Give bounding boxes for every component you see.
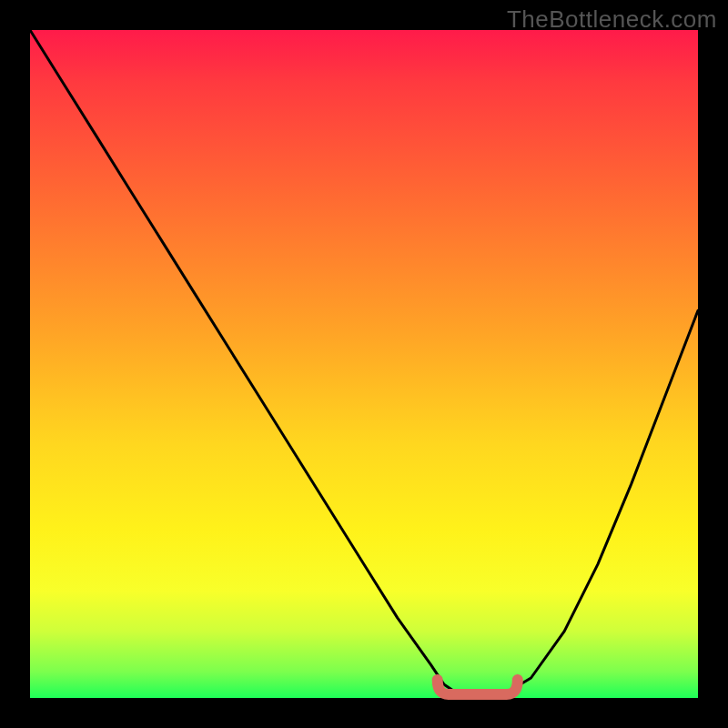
chart-frame: TheBottleneck.com: [0, 0, 728, 728]
plot-area: [30, 30, 698, 698]
chart-svg: [30, 30, 698, 698]
watermark-text: TheBottleneck.com: [507, 5, 717, 34]
bottleneck-curve: [30, 30, 698, 698]
